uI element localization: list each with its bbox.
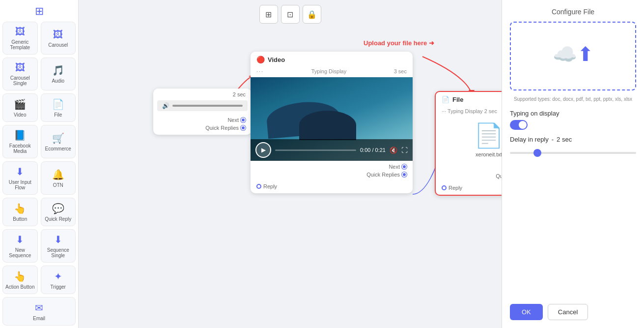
video-icon: 🎬: [14, 98, 26, 110]
partial-quick-replies-connector[interactable]: [241, 125, 246, 130]
supported-types-text: Supported types: doc, docx, pdf, txt, pp…: [510, 95, 636, 103]
carousel-icon: 🖼: [53, 29, 63, 40]
sequence-single-icon: ⬇: [54, 234, 62, 245]
file-icon-emoji: 📄: [442, 96, 449, 103]
grid-icon: ⊞: [35, 5, 44, 18]
action-button-icon: 👆: [14, 270, 26, 282]
file-node-title: File: [452, 96, 463, 103]
typing-section-title: Typing on display: [510, 110, 636, 117]
sidebar-label-carousel-single: Carousel Single: [5, 75, 35, 86]
video-reply-row: Reply: [251, 181, 413, 193]
sidebar-label-generic-template: Generic Template: [5, 39, 35, 50]
file-node-header: 📄 File: [436, 92, 502, 107]
volume-icon[interactable]: 🔇: [390, 147, 397, 154]
partial-next-label: Next: [227, 117, 239, 123]
button-icon: 👆: [14, 203, 26, 214]
sidebar-label-button: Button: [13, 216, 27, 222]
ok-button[interactable]: OK: [510, 304, 543, 320]
video-thumbnail: ▶ 0:00 / 0:21 🔇 ⛶: [251, 77, 413, 161]
sidebar-item-video[interactable]: 🎬 Video: [2, 93, 38, 122]
sidebar-item-trigger[interactable]: ✦ Trigger: [41, 266, 76, 294]
sidebar-label-quick-reply: Quick Reply: [45, 216, 71, 222]
file-reply-left-connector[interactable]: [442, 185, 447, 190]
sidebar-item-facebook-media[interactable]: 📘 Facebook Media: [2, 125, 38, 158]
file-typing-dots: ···: [442, 108, 446, 114]
video-next-connector[interactable]: [402, 164, 407, 169]
video-reply-label: Reply: [263, 183, 277, 189]
typing-toggle[interactable]: [510, 120, 528, 130]
sidebar-item-ecommerce[interactable]: 🛒 Ecommerce: [41, 125, 76, 158]
sidebar: ⊞ 🖼 Generic Template 🖼 Carousel 🖼 Carous…: [0, 0, 79, 328]
sidebar-label-user-input-flow: User Input Flow: [5, 179, 35, 190]
sidebar-label-trigger: Trigger: [51, 284, 66, 290]
delay-slider[interactable]: [510, 152, 636, 154]
partial-seconds: 2 sec: [233, 91, 246, 97]
sidebar-label-facebook-media: Facebook Media: [5, 143, 35, 154]
video-typing-bar: ··· Typing Display 3 sec: [251, 67, 413, 77]
fullscreen-icon[interactable]: ⛶: [401, 147, 408, 154]
sidebar-item-otn[interactable]: 🔔 OTN: [41, 161, 76, 195]
user-input-flow-icon: ⬇: [16, 166, 24, 178]
sidebar-item-quick-reply[interactable]: 💬 Quick Reply: [41, 198, 76, 226]
file-typing-seconds: 2 sec: [484, 108, 497, 114]
ecommerce-icon: 🛒: [52, 132, 64, 144]
sidebar-item-new-sequence[interactable]: ⬇ New Sequence: [2, 229, 38, 263]
partial-next-connector[interactable]: [241, 118, 246, 122]
progress-bar[interactable]: [275, 149, 356, 151]
sidebar-label-new-sequence: New Sequence: [5, 247, 35, 258]
right-panel: Configure File ☁️⬆ Supported types: doc,…: [502, 0, 644, 328]
sidebar-item-button[interactable]: 👆 Button: [2, 198, 38, 226]
panel-buttons: OK Cancel: [510, 304, 636, 320]
sidebar-label-audio: Audio: [52, 78, 64, 84]
cancel-button[interactable]: Cancel: [548, 304, 588, 320]
generic-template-icon: 🖼: [15, 26, 25, 37]
file-typing-bar: ··· Typing Display 2 sec: [436, 107, 502, 117]
sidebar-label-video: Video: [14, 112, 26, 118]
sidebar-label-otn: OTN: [53, 182, 63, 188]
sidebar-item-audio[interactable]: 🎵 Audio: [41, 58, 76, 90]
video-quick-replies-label: Quick Replies: [366, 172, 400, 178]
file-node: 📄 File ··· Typing Display 2 sec 📄 xerone…: [435, 91, 502, 196]
partial-node-header: 2 sec: [153, 89, 252, 100]
sidebar-item-carousel[interactable]: 🖼 Carousel: [41, 22, 76, 55]
upload-zone[interactable]: ☁️⬆: [510, 22, 636, 90]
sidebar-item-user-input-flow[interactable]: ⬇ User Input Flow: [2, 161, 38, 195]
lock-button[interactable]: 🔒: [303, 5, 321, 24]
video-node: 🔴 Video ··· Typing Display 3 sec ▶ 0:00 …: [251, 52, 413, 193]
file-node-footer: Next Quick Replies: [436, 162, 502, 183]
video-typing-seconds: 3 sec: [394, 68, 407, 74]
upload-cloud-icon: ☁️⬆: [553, 43, 594, 66]
partial-node-footer: Next Quick Replies: [153, 114, 252, 135]
sidebar-item-action-button[interactable]: 👆 Action Button: [2, 266, 38, 294]
sidebar-grid: 🖼 Generic Template 🖼 Carousel 🖼 Carousel…: [2, 22, 76, 294]
typing-dots-icon: ···: [256, 68, 264, 74]
partial-quick-replies-label: Quick Replies: [205, 125, 239, 131]
center-button[interactable]: ⊡: [281, 5, 300, 24]
file-name-label: xeroneit.txt: [436, 151, 502, 157]
sidebar-item-generic-template[interactable]: 🖼 Generic Template: [2, 22, 38, 55]
sidebar-item-sequence-single[interactable]: ⬇ Sequence Single: [41, 229, 76, 263]
fit-button[interactable]: ⊞: [259, 5, 278, 24]
email-icon: ✉: [35, 302, 43, 314]
video-quick-replies-connector[interactable]: [402, 172, 407, 177]
video-recording-dot: 🔴: [256, 56, 265, 63]
sidebar-label-sequence-single: Sequence Single: [43, 247, 74, 258]
delay-dash: -: [552, 136, 554, 143]
time-display: 0:00 / 0:21: [360, 147, 386, 153]
sidebar-label-carousel: Carousel: [48, 42, 68, 48]
upload-label: Upload your file here ➜: [364, 39, 434, 47]
sidebar-label-file: File: [54, 112, 62, 118]
delay-label: Delay in reply: [510, 136, 549, 143]
carousel-single-icon: 🖼: [15, 62, 25, 73]
new-sequence-icon: ⬇: [16, 234, 24, 245]
sidebar-item-email[interactable]: ✉ Email: [2, 297, 76, 326]
quick-reply-icon: 💬: [52, 203, 64, 214]
audio-icon: 🎵: [52, 64, 64, 76]
sidebar-label-action-button: Action Button: [5, 284, 34, 290]
partial-node: 2 sec 🔊 Next Quick Replies: [153, 89, 252, 135]
file-reply-label: Reply: [448, 185, 462, 191]
sidebar-item-carousel-single[interactable]: 🖼 Carousel Single: [2, 58, 38, 90]
sidebar-item-file[interactable]: 📄 File: [41, 93, 76, 122]
play-button[interactable]: ▶: [255, 142, 271, 158]
video-reply-left-connector[interactable]: [256, 184, 261, 189]
